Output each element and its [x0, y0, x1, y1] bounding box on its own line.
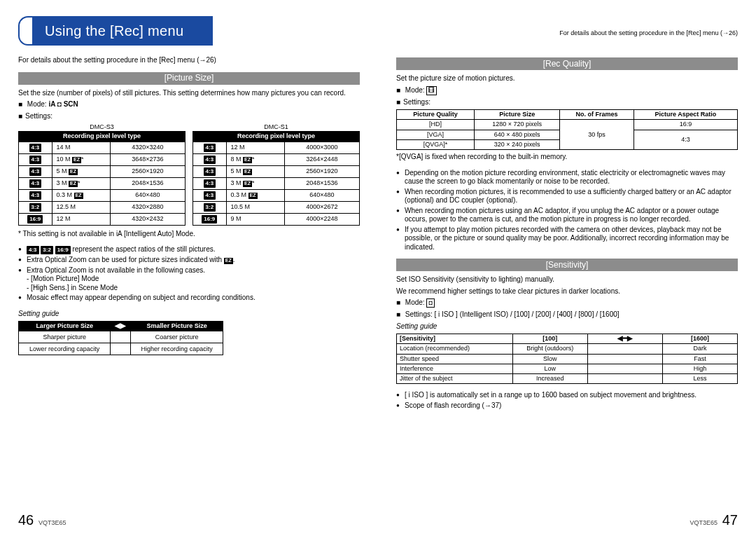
- table-row: 4:30.3 M EZ640×480: [19, 189, 186, 201]
- star-note: * This setting is not available in iA [I…: [18, 230, 360, 239]
- picture-size-notes: 4:3 3:2 16:9 represent the aspect ratios…: [18, 245, 360, 303]
- motion-picture-icon: 🎞: [426, 86, 437, 95]
- table-row: 4:312 M 4000×3000: [193, 142, 360, 153]
- table-row: 4:35 M EZ2560×1920: [193, 165, 360, 177]
- picture-size-desc: Set the size (number of pixels) of still…: [18, 89, 360, 98]
- section-sensitivity: [Sensitivity]: [396, 259, 738, 271]
- right-page: For details about the setting procedure …: [378, 0, 756, 536]
- model-right: DMC-S1: [192, 123, 360, 131]
- table-row: Location (recommended)Bright (outdoors)D…: [397, 344, 738, 354]
- table-row: 3:212.5 M 4320×2880: [19, 201, 186, 213]
- table-row: Lower recording capacityHigher recording…: [19, 343, 223, 355]
- sens-desc: Set ISO Sensitivity (sensitivity to ligh…: [396, 275, 738, 284]
- chapter-tab: Using the [Rec] menu: [18, 17, 360, 50]
- note-item: 4:3 3:2 16:9 represent the aspect ratios…: [27, 245, 360, 254]
- table-row: 4:33 M EZ*2048×1536: [193, 177, 360, 189]
- sens-rec: We recommend higher settings to take cle…: [396, 287, 738, 296]
- left-page: Using the [Rec] menu For details about t…: [0, 0, 378, 536]
- double-arrow-icon: ◀━▶: [617, 335, 633, 342]
- note-item: [ i ISO ] is automatically set in a rang…: [405, 391, 738, 400]
- note-item: If you attempt to play motion pictures r…: [405, 226, 738, 252]
- picture-size-tables: DMC-S3 Recording pixel level type 4:314 …: [18, 123, 360, 226]
- table-row: 4:38 M EZ*3264×2448: [193, 153, 360, 165]
- mode-row: Mode: iA ◘ SCN: [18, 100, 360, 109]
- table-row: 4:314 M 4320×3240: [19, 142, 186, 153]
- table-row: Shutter speedSlowFast: [397, 354, 738, 364]
- rec-quality-notes: Depending on the motion picture recordin…: [396, 169, 738, 252]
- double-arrow-icon: ◀▶: [115, 322, 126, 329]
- note-item: Scope of flash recording (→37): [405, 401, 738, 411]
- table-row: 3:210.5 M 4000×2672: [193, 201, 360, 213]
- guide-title: Setting guide: [18, 310, 360, 319]
- note-item: Mosaic effect may appear depending on su…: [27, 294, 360, 303]
- table-row: InterferenceLowHigh: [397, 364, 738, 373]
- sensitivity-guide-table: [Sensitivity] [100] ◀━▶ [1600] Location …: [396, 334, 738, 384]
- details-ref-right: For details about the setting procedure …: [559, 29, 738, 37]
- model-left: DMC-S3: [18, 123, 186, 131]
- sens-settings: Settings: [ i ISO ] (Intelligent ISO) / …: [396, 310, 738, 319]
- table-row: 4:310 M EZ*3648×2736: [19, 153, 186, 165]
- details-ref: For details about the setting procedure …: [18, 56, 360, 65]
- rq-star: *[QVGA] is fixed when recording to the b…: [396, 153, 738, 162]
- page-number-right: VQT3E65 47: [687, 511, 738, 529]
- sensitivity-notes: [ i ISO ] is automatically set in a rang…: [396, 391, 738, 410]
- table-row: 4:35 M EZ2560×1920: [19, 165, 186, 177]
- table-row: 4:30.3 M EZ640×480: [193, 189, 360, 201]
- sens-mode: Mode: ◘: [396, 298, 738, 308]
- table-row: Sharper pictureCoarser picture: [19, 331, 223, 343]
- rq-settings-label: Settings:: [396, 98, 738, 107]
- chapter-title: Using the [Rec] menu: [32, 16, 213, 46]
- table-row: 4:33 M EZ*2048×1536: [19, 177, 186, 189]
- rec-quality-desc: Set the picture size of motion pictures.: [396, 74, 738, 83]
- note-item: When recording motion pictures, it is re…: [405, 188, 738, 205]
- camera-icon: ◘: [426, 298, 434, 308]
- rq-mode: Mode: 🎞: [396, 86, 738, 95]
- table-row: 16:99 M 4000×2248: [193, 213, 360, 225]
- mode-icons: iA ◘ SCN: [48, 100, 78, 108]
- section-picture-size: [Picture Size]: [18, 72, 360, 85]
- note-item: Extra Optical Zoom is not available in t…: [27, 266, 360, 293]
- picture-size-guide-table: Larger Picture Size ◀▶ Smaller Picture S…: [18, 321, 223, 355]
- table-row: [HD]1280 × 720 pixels30 fps16:9: [397, 120, 738, 130]
- section-rec-quality: [Rec Quality]: [396, 57, 738, 70]
- sens-guide-title: Setting guide: [396, 322, 738, 331]
- table-row: Jitter of the subjectIncreasedLess: [397, 374, 738, 384]
- page-number-left: 46 VQT3E65: [18, 511, 69, 529]
- note-item: When recording motion pictures using an …: [405, 207, 738, 224]
- rec-quality-table: Picture QualityPicture SizeNo. of Frames…: [396, 109, 738, 150]
- settings-label: Settings:: [18, 112, 360, 121]
- note-item: Depending on the motion picture recordin…: [405, 169, 738, 186]
- table-row: 16:912 M 4320×2432: [19, 213, 186, 225]
- note-item: Extra Optical Zoom can be used for pictu…: [27, 256, 360, 265]
